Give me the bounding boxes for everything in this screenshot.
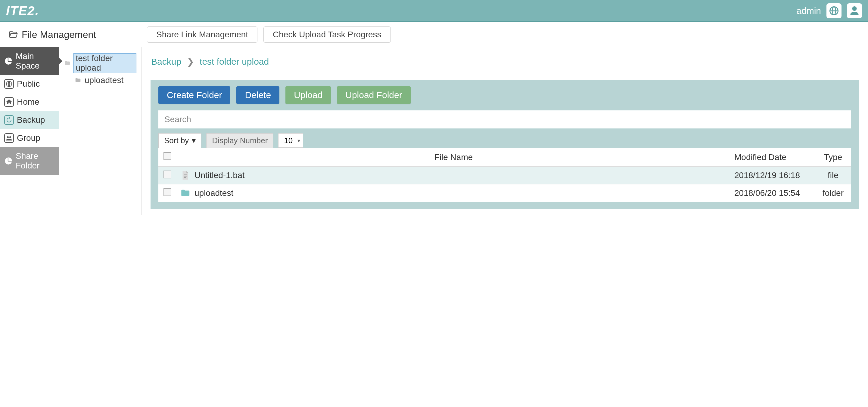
folder-open-icon: [8, 30, 18, 39]
page-title-wrap: File Management: [8, 29, 141, 40]
sidebar-item-label: Public: [17, 79, 40, 89]
sidebar-item-group[interactable]: Group: [0, 129, 59, 147]
folder-icon: [64, 60, 71, 66]
filename-cell: Untitled-1.bat: [180, 170, 727, 180]
topbar-right: admin: [796, 3, 862, 19]
group-icon: [4, 133, 14, 143]
globe-button[interactable]: [827, 3, 841, 19]
file-table: File Name Modified Date Type Untitled-1.…: [158, 148, 851, 202]
main-area: Main Space Public Home Backup Group: [0, 47, 868, 215]
display-number-label: Display Number: [206, 133, 273, 148]
breadcrumb: Backup ❯ test folder upload: [151, 53, 859, 74]
home-icon: [4, 97, 14, 107]
logo: ITE2.: [6, 4, 39, 18]
control-row: Sort by ▾ Display Number 10: [158, 133, 851, 148]
column-header-modified[interactable]: Modified Date: [731, 148, 815, 167]
user-button[interactable]: [847, 3, 862, 19]
svg-point-1: [7, 136, 9, 138]
folder-icon: [74, 77, 82, 83]
display-number-select-wrap: 10: [278, 133, 303, 148]
tree-item-root[interactable]: test folder upload: [62, 52, 138, 74]
check-upload-task-progress-button[interactable]: Check Upload Task Progress: [264, 27, 391, 43]
sidebar-item-label: Home: [17, 97, 39, 107]
page-title: File Management: [22, 29, 96, 40]
file-type: folder: [815, 184, 851, 202]
chevron-right-icon: ❯: [187, 56, 194, 67]
display-number-select[interactable]: 10: [278, 133, 303, 148]
search-input[interactable]: [158, 110, 851, 129]
upload-folder-button[interactable]: Upload Folder: [337, 86, 410, 104]
svg-rect-5: [184, 177, 186, 178]
table-header-row: File Name Modified Date Type: [158, 148, 851, 167]
globe-small-icon: [4, 79, 14, 89]
breadcrumb-item[interactable]: test folder upload: [199, 57, 269, 67]
sidebar-item-public[interactable]: Public: [0, 75, 59, 93]
column-header-type[interactable]: Type: [815, 148, 851, 167]
sort-by-label: Sort by: [164, 136, 189, 145]
sidebar-item-home[interactable]: Home: [0, 93, 59, 111]
caret-down-icon: ▾: [192, 136, 196, 145]
folder-tree: test folder upload uploadtest: [59, 47, 142, 215]
top-bar: ITE2. admin: [0, 0, 868, 22]
upload-button[interactable]: Upload: [285, 86, 331, 104]
user-icon: [849, 5, 860, 16]
folder-icon: [180, 188, 190, 198]
sidebar: Main Space Public Home Backup Group: [0, 47, 59, 215]
sidebar-item-label: Backup: [17, 115, 45, 125]
sidebar-item-label: Share Folder: [16, 151, 55, 171]
select-all-checkbox[interactable]: [163, 152, 171, 160]
sidebar-item-backup[interactable]: Backup: [0, 111, 59, 129]
tree-item-label: uploadtest: [85, 75, 123, 85]
tree-item-child[interactable]: uploadtest: [72, 74, 138, 86]
svg-rect-4: [184, 176, 187, 176]
sidebar-item-label: Main Space: [16, 52, 55, 71]
file-name: uploadtest: [194, 188, 233, 198]
sidebar-item-main-space[interactable]: Main Space: [0, 47, 59, 75]
svg-rect-3: [184, 174, 187, 175]
sort-by-dropdown[interactable]: Sort by ▾: [158, 133, 202, 148]
create-folder-button[interactable]: Create Folder: [158, 86, 230, 104]
file-name: Untitled-1.bat: [194, 171, 245, 180]
current-user[interactable]: admin: [796, 6, 821, 16]
pie-icon: [4, 156, 13, 166]
table-row[interactable]: Untitled-1.bat 2018/12/19 16:18 file: [158, 167, 851, 184]
filename-cell: uploadtest: [180, 188, 727, 198]
share-link-management-button[interactable]: Share Link Management: [147, 27, 257, 43]
row-checkbox[interactable]: [163, 188, 171, 196]
file-icon: [180, 170, 190, 180]
sidebar-item-share-folder[interactable]: Share Folder: [0, 147, 59, 175]
action-buttons: Create Folder Delete Upload Upload Folde…: [158, 86, 851, 104]
tree-item-label: test folder upload: [73, 53, 136, 73]
subheader: File Management Share Link Management Ch…: [0, 22, 868, 47]
content-area: Backup ❯ test folder upload Create Folde…: [142, 47, 868, 215]
sidebar-item-label: Group: [17, 133, 40, 143]
pie-icon: [4, 56, 13, 66]
select-all-header: [158, 148, 177, 167]
backup-icon: [4, 115, 14, 125]
modified-date: 2018/12/19 16:18: [731, 167, 815, 184]
breadcrumb-item[interactable]: Backup: [151, 57, 181, 67]
column-header-filename[interactable]: File Name: [177, 148, 731, 167]
table-row[interactable]: uploadtest 2018/06/20 15:54 folder: [158, 184, 851, 202]
modified-date: 2018/06/20 15:54: [731, 184, 815, 202]
delete-button[interactable]: Delete: [236, 86, 279, 104]
svg-point-2: [9, 136, 11, 138]
toolbar-panel: Create Folder Delete Upload Upload Folde…: [151, 80, 859, 209]
row-checkbox[interactable]: [163, 171, 171, 178]
file-type: file: [815, 167, 851, 184]
globe-icon: [829, 5, 839, 16]
